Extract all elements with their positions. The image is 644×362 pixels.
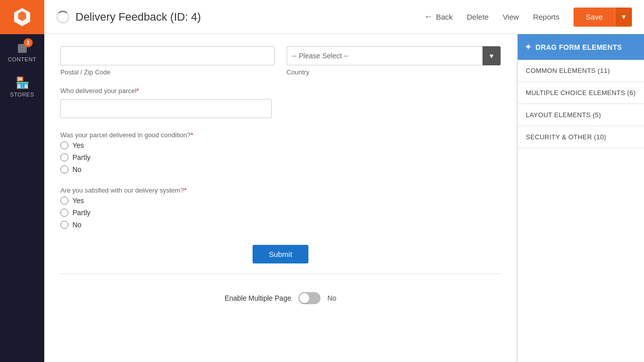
who-delivered-section: Who delivered your parcel* [60,86,501,118]
dropdown-arrow-icon: ▼ [489,52,495,60]
postal-country-row: Postal / Zip Code -- Please Select -- ▼ … [60,46,501,76]
page-title: Delivery Feedback (ID: 4) [75,11,201,24]
required-asterisk-3: * [184,187,187,194]
save-button[interactable]: Save [574,8,615,27]
content-badge: 3 [24,38,33,47]
parcel-partly-option[interactable]: Partly [60,153,501,161]
required-asterisk-1: * [136,87,139,95]
postal-group: Postal / Zip Code [60,46,275,76]
multiple-page-toggle[interactable] [298,292,320,304]
drag-form-elements-label: DRAG FORM ELEMENTS [535,43,622,51]
postal-zip-label: Postal / Zip Code [60,68,275,76]
right-panel: ✦ DRAG FORM ELEMENTS COMMON ELEMENTS (11… [517,34,644,362]
sidebar-item-content[interactable]: ▦ 3 CONTENT [0,34,44,69]
satisfied-options: Yes Partly No [60,197,501,229]
header-actions: ← Back Delete View Reports Save ▼ [424,8,632,27]
delete-label: Delete [467,13,489,21]
parcel-partly-radio[interactable] [60,153,68,161]
multiple-page-row: Enable Multiple Page No [60,284,501,312]
sidebar-logo [0,0,44,34]
who-delivered-label: Who delivered your parcel* [60,87,139,95]
main-container: Delivery Feedback (ID: 4) ← Back Delete … [44,0,644,362]
reports-button[interactable]: Reports [533,13,559,21]
sidebar-item-stores[interactable]: 🏪 STORES [0,69,44,105]
country-select[interactable]: -- Please Select -- [287,46,483,65]
country-select-wrap: -- Please Select -- ▼ [287,46,501,65]
satisfied-yes-radio[interactable] [60,197,68,205]
satisfied-partly-label: Partly [72,209,91,217]
satisfied-yes-label: Yes [72,197,84,205]
form-divider [60,274,501,274]
parcel-yes-option[interactable]: Yes [60,141,501,149]
satisfied-no-radio[interactable] [60,221,68,229]
back-arrow-icon: ← [424,12,433,22]
parcel-condition-section: Was your parcel delivered in good condit… [60,130,501,173]
satisfied-label: Are you satisfied with our delivery syst… [60,187,187,194]
content-icon: ▦ 3 [17,41,28,54]
common-elements-label: COMMON ELEMENTS (11) [526,67,610,74]
chevron-down-icon: ▼ [620,13,627,21]
drag-icon: ✦ [525,42,531,52]
layout-elements-section[interactable]: LAYOUT ELEMENTS (5) [518,104,644,126]
security-other-label: SECURITY & OTHER (10) [526,133,606,141]
parcel-condition-label: Was your parcel delivered in good condit… [60,131,193,139]
parcel-partly-label: Partly [72,153,91,161]
save-dropdown-button[interactable]: ▼ [615,8,632,27]
postal-zip-input[interactable] [60,46,275,65]
satisfied-partly-radio[interactable] [60,209,68,217]
multiple-choice-elements-section[interactable]: MULTIPLE CHOICE ELEMENTS (6) [518,82,644,104]
sidebar: ▦ 3 CONTENT 🏪 STORES [0,0,44,362]
header-title-wrap: Delivery Feedback (ID: 4) [56,11,424,24]
stores-icon: 🏪 [16,76,29,89]
satisfied-no-label: No [72,221,82,229]
parcel-no-label: No [72,165,82,173]
multiple-page-no-label: No [328,294,337,302]
required-asterisk-2: * [191,131,193,139]
sidebar-item-stores-label: STORES [10,92,34,98]
satisfied-section: Are you satisfied with our delivery syst… [60,186,501,229]
parcel-condition-options: Yes Partly No [60,141,501,173]
drag-form-elements-header[interactable]: ✦ DRAG FORM ELEMENTS [518,34,644,60]
back-label: Back [436,13,452,21]
country-select-arrow[interactable]: ▼ [482,46,501,65]
who-delivered-input[interactable] [60,99,272,118]
submit-row: Submit [60,245,501,263]
common-elements-section[interactable]: COMMON ELEMENTS (11) [518,60,644,82]
satisfied-partly-option[interactable]: Partly [60,209,501,217]
header: Delivery Feedback (ID: 4) ← Back Delete … [44,0,644,34]
satisfied-no-option[interactable]: No [60,221,501,229]
view-label: View [503,13,519,21]
layout-elements-label: LAYOUT ELEMENTS (5) [526,111,601,119]
form-area: Postal / Zip Code -- Please Select -- ▼ … [44,34,517,362]
country-label: Country [287,68,501,76]
multiple-page-label: Enable Multiple Page [224,294,291,302]
delete-button[interactable]: Delete [467,13,489,21]
parcel-no-radio[interactable] [60,165,68,173]
submit-button[interactable]: Submit [253,245,308,263]
content-area: Postal / Zip Code -- Please Select -- ▼ … [44,34,644,362]
country-group: -- Please Select -- ▼ Country [287,46,501,76]
view-button[interactable]: View [503,13,519,21]
toggle-knob [299,293,309,303]
toggle-wrap [298,292,320,304]
parcel-yes-label: Yes [72,141,84,149]
sidebar-item-content-label: CONTENT [8,56,37,62]
loading-spinner [56,11,69,24]
parcel-yes-radio[interactable] [60,141,68,149]
save-button-group: Save ▼ [574,8,632,27]
parcel-no-option[interactable]: No [60,165,501,173]
satisfied-yes-option[interactable]: Yes [60,197,501,205]
reports-label: Reports [533,13,559,21]
multiple-choice-elements-label: MULTIPLE CHOICE ELEMENTS (6) [526,89,635,97]
back-button[interactable]: ← Back [424,12,452,22]
security-other-section[interactable]: SECURITY & OTHER (10) [518,126,644,148]
